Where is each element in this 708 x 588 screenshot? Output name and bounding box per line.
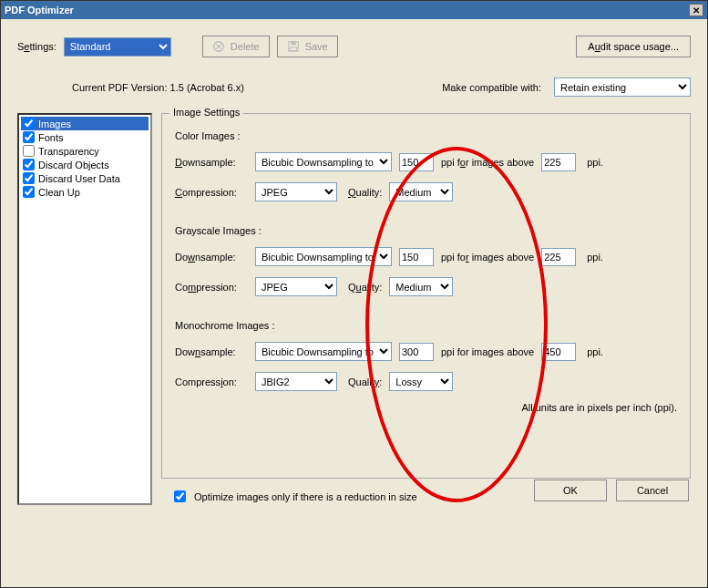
category-checkbox[interactable] <box>23 131 35 143</box>
delete-button[interactable]: Delete <box>202 36 270 57</box>
color-quality-label: Quality: <box>348 187 382 198</box>
gray-quality-select[interactable]: Medium <box>389 277 453 296</box>
audit-button[interactable]: Audit space usage... <box>576 36 691 57</box>
gray-downsample-label: Downsample: <box>175 252 248 263</box>
list-item-images[interactable]: Images <box>21 117 149 130</box>
gray-above-label: ppi for images above <box>441 252 534 263</box>
category-label: Transparency <box>38 146 99 157</box>
delete-icon <box>212 40 225 53</box>
category-label: Fonts <box>38 132 64 143</box>
gray-compression-label: Compression: <box>175 282 248 293</box>
save-button[interactable]: Save <box>277 36 338 57</box>
color-ppi-input[interactable] <box>399 153 434 171</box>
svg-rect-4 <box>291 42 295 46</box>
color-downsample-label: Downsample: <box>175 157 248 168</box>
delete-label: Delete <box>231 41 260 52</box>
settings-label: Settings: <box>17 41 56 52</box>
color-downsample-select[interactable]: Bicubic Downsampling to <box>255 152 392 171</box>
gray-above-input[interactable] <box>541 248 576 266</box>
gray-quality-label: Quality: <box>348 282 382 293</box>
ok-button[interactable]: OK <box>534 480 607 501</box>
color-compression-select[interactable]: JPEG <box>255 182 337 201</box>
list-item-clean-up[interactable]: Clean Up <box>21 185 149 199</box>
color-above-label: ppi for images above <box>441 157 534 168</box>
settings-select[interactable]: Standard <box>64 37 171 57</box>
save-icon <box>287 40 300 53</box>
gray-ppi-input[interactable] <box>399 248 434 266</box>
compat-label: Make compatible with: <box>442 82 541 93</box>
current-version-label: Current PDF Version: 1.5 (Acrobat 6.x) <box>72 82 244 93</box>
gray-images-title: Grayscale Images : <box>175 225 677 236</box>
save-label: Save <box>305 41 328 52</box>
gray-downsample-select[interactable]: Bicubic Downsampling to <box>255 247 392 266</box>
mono-above-input[interactable] <box>541 343 576 361</box>
list-item-transparency[interactable]: Transparency <box>21 144 149 158</box>
category-checkbox[interactable] <box>23 145 35 157</box>
category-label: Images <box>38 119 71 129</box>
category-checkbox[interactable] <box>23 159 35 170</box>
mono-downsample-select[interactable]: Bicubic Downsampling to <box>255 342 392 361</box>
color-above-input[interactable] <box>541 153 576 171</box>
gray-unit: ppi. <box>587 252 603 263</box>
window-title: PDF Optimizer <box>5 5 74 15</box>
mono-above-label: ppi for images above <box>441 346 534 357</box>
color-compression-label: Compression: <box>175 187 248 198</box>
list-item-discard-user-data[interactable]: Discard User Data <box>21 171 149 185</box>
units-note: All units are in pixels per inch (ppi). <box>175 402 677 413</box>
image-settings-legend: Image Settings <box>169 107 243 118</box>
mono-compression-select[interactable]: JBIG2 <box>255 372 337 391</box>
image-settings-panel: Image Settings Color Images : Downsample… <box>161 113 691 479</box>
list-item-fonts[interactable]: Fonts <box>21 130 149 144</box>
gray-compression-select[interactable]: JPEG <box>255 277 337 296</box>
color-images-title: Color Images : <box>175 130 677 141</box>
close-icon[interactable]: ✕ <box>689 4 703 16</box>
optimize-checkbox[interactable] <box>174 490 186 502</box>
color-quality-select[interactable]: Medium <box>389 182 453 201</box>
mono-images-title: Monochrome Images : <box>175 320 677 331</box>
category-label: Discard User Data <box>38 173 120 184</box>
mono-compression-label: Compression: <box>175 377 248 387</box>
optimize-checkbox-label: Optimize images only if there is a reduc… <box>194 491 417 502</box>
mono-quality-select[interactable]: Lossy <box>389 372 453 391</box>
compat-select[interactable]: Retain existing <box>554 77 691 97</box>
titlebar: PDF Optimizer ✕ <box>1 1 707 19</box>
category-checkbox[interactable] <box>23 172 35 184</box>
audit-label: Audit space usage... <box>588 41 679 52</box>
category-label: Clean Up <box>38 187 80 198</box>
mono-ppi-input[interactable] <box>399 343 434 361</box>
pdf-optimizer-window: PDF Optimizer ✕ Settings: Standard Delet… <box>0 0 708 588</box>
mono-downsample-label: Downsample: <box>175 346 248 357</box>
list-item-discard-objects[interactable]: Discard Objects <box>21 158 149 171</box>
mono-unit: ppi. <box>587 346 603 357</box>
mono-quality-label: Quality: <box>348 377 382 387</box>
svg-rect-5 <box>290 47 296 51</box>
category-checkbox[interactable] <box>23 186 35 198</box>
color-unit: ppi. <box>587 157 603 168</box>
category-label: Discard Objects <box>38 160 109 170</box>
cancel-button[interactable]: Cancel <box>616 480 689 501</box>
category-checkbox[interactable] <box>23 118 35 129</box>
category-list[interactable]: ImagesFontsTransparencyDiscard ObjectsDi… <box>17 113 152 505</box>
